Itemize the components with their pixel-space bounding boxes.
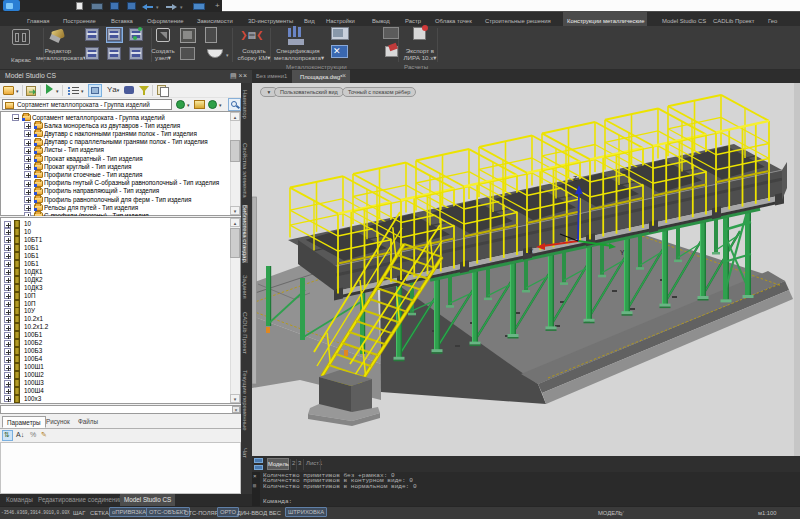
svg-text:Z: Z — [573, 175, 577, 182]
svg-text:X: X — [529, 248, 534, 255]
svg-text:Y: Y — [620, 249, 625, 256]
